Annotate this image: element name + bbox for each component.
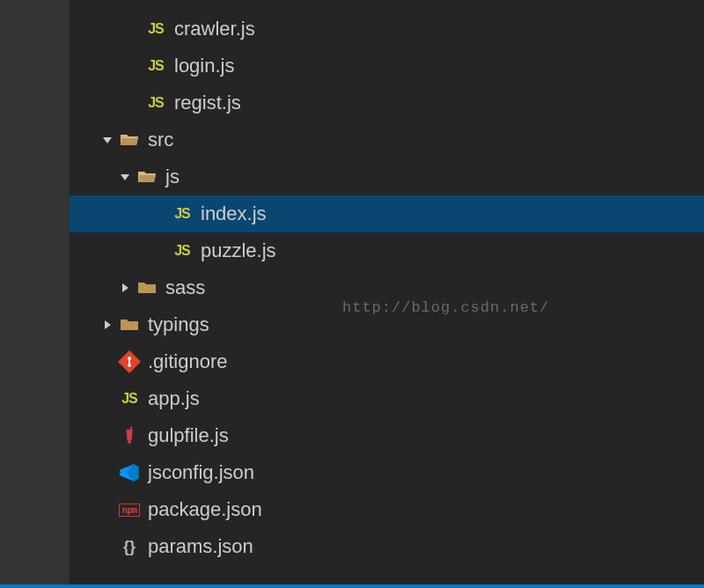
folder-sass[interactable]: sass: [70, 269, 704, 306]
file-explorer-tree: routes JS crawler.js JS login.js JS regi…: [70, 0, 704, 588]
file-package-json[interactable]: npm package.json: [70, 491, 704, 528]
file-regist-js[interactable]: JS regist.js: [70, 85, 704, 121]
folder-label: routes: [148, 0, 202, 4]
js-icon: JS: [118, 391, 141, 407]
folder-routes[interactable]: routes: [70, 0, 704, 11]
folder-js[interactable]: js: [70, 158, 704, 195]
js-icon: JS: [171, 243, 194, 259]
chevron-down-icon: [118, 173, 132, 181]
file-label: regist.js: [174, 92, 241, 114]
js-icon: JS: [144, 95, 167, 111]
file-login-js[interactable]: JS login.js: [70, 48, 704, 85]
git-icon: [118, 350, 141, 373]
folder-label: typings: [148, 313, 209, 336]
folder-closed-icon: [118, 318, 141, 332]
folder-label: sass: [165, 276, 205, 299]
file-label: params.json: [148, 535, 253, 558]
folder-label: js: [165, 165, 180, 188]
chevron-right-icon: [100, 320, 114, 329]
activity-bar: [0, 0, 70, 588]
npm-icon: npm: [118, 503, 141, 517]
gulp-icon: [118, 426, 141, 445]
file-gulpfile-js[interactable]: gulpfile.js: [70, 417, 704, 454]
file-index-js[interactable]: JS index.js: [70, 195, 704, 232]
folder-closed-icon: [136, 281, 158, 295]
chevron-right-icon: [118, 283, 132, 292]
file-crawler-js[interactable]: JS crawler.js: [70, 11, 704, 48]
svg-rect-3: [128, 440, 131, 444]
folder-src[interactable]: src: [70, 121, 704, 158]
file-gitignore[interactable]: .gitignore: [70, 343, 704, 380]
file-app-js[interactable]: JS app.js: [70, 380, 704, 417]
file-label: puzzle.js: [201, 239, 276, 262]
file-params-json[interactable]: {} params.json: [70, 528, 704, 565]
file-label: index.js: [201, 202, 267, 225]
json-icon: {}: [118, 538, 141, 556]
status-bar: [0, 584, 704, 588]
folder-typings[interactable]: typings: [70, 306, 704, 343]
file-label: package.json: [148, 498, 262, 521]
file-label: jsconfig.json: [148, 461, 254, 484]
file-label: app.js: [148, 387, 200, 410]
file-label: crawler.js: [174, 18, 255, 40]
js-icon: JS: [171, 206, 194, 222]
file-label: .gitignore: [148, 350, 228, 373]
js-icon: JS: [144, 58, 167, 74]
file-jsconfig-json[interactable]: jsconfig.json: [70, 454, 704, 491]
js-icon: JS: [144, 21, 167, 37]
vscode-icon: [118, 461, 141, 484]
file-label: login.js: [174, 55, 234, 77]
file-puzzle-js[interactable]: JS puzzle.js: [70, 232, 704, 269]
folder-label: src: [148, 129, 173, 151]
folder-open-icon: [136, 170, 158, 184]
file-label: gulpfile.js: [148, 424, 229, 447]
folder-open-icon: [118, 133, 141, 147]
chevron-down-icon: [100, 136, 114, 144]
